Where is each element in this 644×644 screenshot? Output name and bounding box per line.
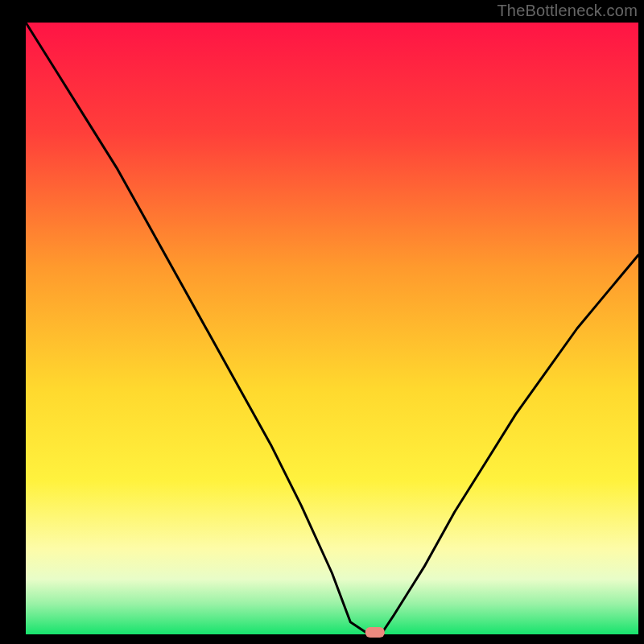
gradient-background bbox=[26, 23, 638, 634]
chart-frame: TheBottleneck.com bbox=[0, 0, 644, 644]
watermark-label: TheBottleneck.com bbox=[497, 2, 638, 20]
optimum-marker bbox=[365, 627, 385, 638]
bottleneck-chart bbox=[0, 0, 644, 644]
